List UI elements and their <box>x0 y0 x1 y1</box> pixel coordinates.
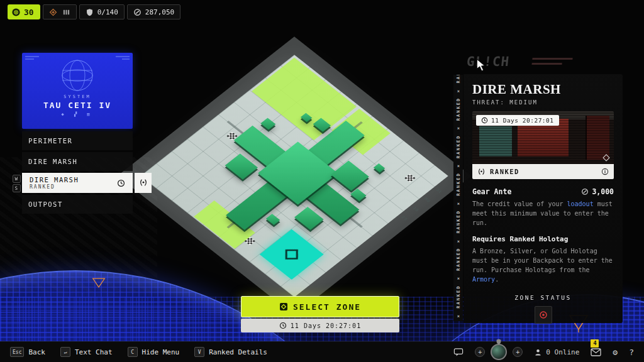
map-structure <box>294 207 324 230</box>
map-structure <box>266 214 280 225</box>
hud-mini-icons[interactable] <box>43 4 77 19</box>
zone-countdown: 11 Days 20:27:01 <box>241 319 399 332</box>
ranked-mode-bar[interactable]: RANKED <box>472 164 614 179</box>
mail-button[interactable]: 4 <box>591 348 601 356</box>
ranked-mode-label: RANKED <box>490 168 519 175</box>
loadout-link[interactable]: loadout <box>567 200 594 207</box>
clock-icon <box>117 179 125 187</box>
system-card: SYSTEM TAU CETI IV ◆ ▞ ▥ <box>22 53 133 129</box>
map-plane: 31 MU 10 23 <box>140 55 448 297</box>
holotag-title: Requires Ranked Holotag <box>472 235 614 243</box>
bottom-action-bar: Esc Back ↵ Text Chat C Hide Menu V Ranke… <box>0 341 644 362</box>
zone-status-section: ZONE STATUS <box>472 294 614 324</box>
select-zone-group: SELECT ZONE 11 Days 20:27:01 <box>241 296 399 332</box>
zone-item-label: PERIMETER <box>28 137 72 145</box>
hint-back-label: Back <box>28 348 45 356</box>
key-s: S <box>13 184 21 192</box>
system-name: TAU CETI IV <box>22 101 133 110</box>
player-level: 30 <box>24 8 34 17</box>
zone-title: DIRE MARSH <box>472 82 614 97</box>
party-widget: + + <box>475 344 523 360</box>
clock-icon <box>279 322 287 329</box>
selected-cell-marker[interactable] <box>260 229 324 280</box>
armory-link[interactable]: Armory <box>472 276 495 283</box>
settings-gear-icon[interactable]: ⚙ <box>613 348 618 357</box>
mail-badge: 4 <box>591 339 599 348</box>
party-badge-icon <box>496 338 502 345</box>
credits-indicator[interactable]: 287,050 <box>127 4 180 19</box>
online-count: 0 Online <box>546 348 579 356</box>
capacity-value: 0/140 <box>97 8 118 16</box>
key-c: C <box>128 347 138 357</box>
chat-bubble-icon[interactable] <box>453 348 464 357</box>
columns-icon <box>62 8 70 16</box>
online-counter[interactable]: 0 Online <box>534 348 579 356</box>
select-zone-button[interactable]: SELECT ZONE <box>241 296 399 317</box>
zone-item-label: DIRE MARSH <box>28 158 77 165</box>
map-edge-label: 10 <box>412 206 420 212</box>
top-hud-bar: 30 0/140 287,050 <box>8 4 180 19</box>
key-w: W <box>13 175 21 183</box>
zone-timer-pill: 11 Days 20:27:01 <box>476 115 559 126</box>
zone-item-outpost[interactable]: OUTPOST <box>22 195 133 214</box>
ranked-icon <box>139 178 148 187</box>
card-decor-right <box>116 56 130 62</box>
invite-left-button[interactable]: + <box>475 347 485 357</box>
mail-icon <box>591 348 601 356</box>
ranked-ticker-strip: × RANKED × RANKED × RANKED × RANKED × RA… <box>453 75 463 321</box>
zone-item-label: OUTPOST <box>28 200 63 208</box>
help-icon[interactable]: ? <box>629 348 634 357</box>
gear-ante-label: Gear Ante <box>472 187 511 196</box>
zone-select-screen: 30 0/140 287,050 <box>0 0 644 362</box>
map-checker-marker <box>404 174 415 182</box>
ranked-chip <box>135 173 152 193</box>
glitch-logo-text: GL!CH <box>466 54 511 69</box>
player-avatar[interactable] <box>491 344 507 360</box>
zone-item-sublabel: RANKED <box>30 184 79 190</box>
map-edge-label: MU <box>423 197 431 203</box>
hint-text-chat-label: Text Chat <box>75 348 113 356</box>
beacon-icon <box>49 8 57 16</box>
zone-item-dire-marsh-ranked[interactable]: W S DIRE MARSH RANKED <box>22 173 133 193</box>
key-enter: ↵ <box>60 347 70 357</box>
card-decor-left <box>25 56 39 62</box>
waypoint-triangle-left <box>92 277 106 289</box>
player-emblem-icon <box>11 8 21 17</box>
hint-text-chat[interactable]: ↵ Text Chat <box>60 347 113 357</box>
zone-item-label: DIRE MARSH <box>30 176 79 184</box>
info-icon[interactable] <box>601 168 609 175</box>
hint-ranked-details[interactable]: V Ranked Details <box>194 347 267 357</box>
zone-countdown-value: 11 Days 20:27:01 <box>291 322 361 329</box>
key-esc: Esc <box>10 347 24 357</box>
player-level-badge[interactable]: 30 <box>8 4 40 19</box>
zone-detail-panel: DIRE MARSH THREAT: MEDIUM 11 Days 20:27:… <box>464 74 623 323</box>
zone-timer-value: 11 Days 20:27:01 <box>491 117 554 124</box>
mouse-cursor <box>476 59 486 72</box>
map-structure <box>350 189 366 201</box>
ranked-icon <box>477 168 486 176</box>
zone-map-3d[interactable]: 31 MU 10 23 <box>150 47 439 305</box>
zone-item-perimeter[interactable]: PERIMETER <box>22 131 133 150</box>
system-card-icons: ◆ ▞ ▥ <box>22 112 133 117</box>
zone-item-dire-marsh[interactable]: DIRE MARSH <box>22 152 133 171</box>
invite-right-button[interactable]: + <box>513 347 523 357</box>
zone-status-indicator[interactable] <box>535 306 552 324</box>
holotag-description: A Bronze, Silver, or Gold Holotag must b… <box>472 246 614 284</box>
glitch-logo: GL!CH <box>466 54 511 69</box>
gear-ante-description: The credit value of your loadout must me… <box>472 199 614 228</box>
key-hints: W S <box>13 175 21 192</box>
key-v: V <box>194 347 204 357</box>
threat-level: THREAT: MEDIUM <box>472 99 614 106</box>
clock-icon <box>481 117 488 124</box>
logo-decor-lines <box>531 58 573 68</box>
hint-hide-menu-label: Hide Menu <box>142 348 180 356</box>
capacity-indicator[interactable]: 0/140 <box>79 4 125 19</box>
map-structure <box>260 118 275 130</box>
map-structure <box>331 160 369 190</box>
person-icon <box>534 348 542 356</box>
hint-hide-menu[interactable]: C Hide Menu <box>128 347 180 357</box>
hint-back[interactable]: Esc Back <box>10 347 45 357</box>
globe-wireframe-icon <box>55 58 100 93</box>
map-structure <box>225 153 258 179</box>
select-zone-label: SELECT ZONE <box>293 302 361 312</box>
